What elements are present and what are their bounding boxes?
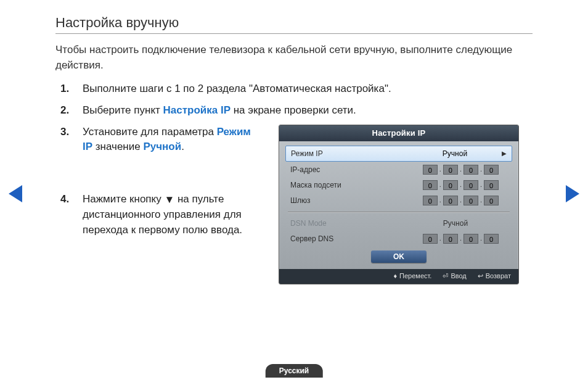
mask-o4[interactable]: 0: [484, 180, 499, 190]
panel-footer: ♦Перемест. ⏎Ввод ↩Возврат: [279, 269, 518, 284]
step-4-text-a: Нажмите кнопку: [83, 193, 164, 205]
panel-header: Настройки IP: [279, 125, 518, 142]
prev-page-arrow[interactable]: [9, 185, 22, 202]
dns-o4[interactable]: 0: [484, 234, 499, 244]
mask-label: Маска подсети: [290, 180, 412, 191]
row-ip-address[interactable]: IP-адрес 0. 0. 0. 0: [285, 162, 512, 177]
footer-return: ↩Возврат: [478, 271, 511, 281]
mask-o2[interactable]: 0: [443, 180, 458, 190]
next-page-arrow[interactable]: [566, 185, 579, 202]
step-3-text-c: значение: [92, 141, 143, 152]
enter-icon: ⏎: [443, 271, 448, 281]
gw-o1[interactable]: 0: [423, 196, 438, 205]
gw-o3[interactable]: 0: [463, 196, 478, 205]
step-4: Нажмите кнопку ▼ на пульте дистанционног…: [55, 192, 259, 238]
intro-text: Чтобы настроить подключение телевизора к…: [55, 43, 533, 73]
down-triangle-icon: ▼: [164, 192, 174, 208]
ip-o2[interactable]: 0: [443, 165, 458, 175]
step-2-text-c: на экране проверки сети.: [231, 104, 356, 116]
step-2-link: Настройка IP: [163, 104, 231, 116]
row-ip-mode[interactable]: Режим IP Ручной ▶: [285, 146, 512, 162]
ip-mode-label: Режим IP: [291, 149, 412, 159]
ok-button[interactable]: OK: [371, 250, 427, 263]
step-1-text: Выполните шаги с 1 по 2 раздела "Автомат…: [83, 83, 391, 94]
ip-address-label: IP-адрес: [290, 165, 412, 175]
steps-list: Выполните шаги с 1 по 2 раздела "Автомат…: [55, 81, 533, 238]
row-subnet-mask[interactable]: Маска подсети 0. 0. 0. 0: [285, 178, 512, 192]
chevron-right-icon: ▶: [498, 149, 507, 159]
updown-icon: ♦: [393, 271, 397, 281]
step-2-text-a: Выберите пункт: [83, 104, 163, 116]
dsn-mode-label: DSN Mode: [290, 218, 412, 229]
gw-o2[interactable]: 0: [443, 196, 458, 205]
panel-divider: [288, 212, 510, 212]
return-icon: ↩: [478, 271, 483, 281]
ip-o3[interactable]: 0: [463, 165, 478, 175]
gw-o4[interactable]: 0: [484, 196, 499, 205]
mask-o3[interactable]: 0: [463, 180, 478, 190]
mask-o1[interactable]: 0: [423, 180, 438, 190]
dns-o3[interactable]: 0: [463, 234, 478, 244]
step-1: Выполните шаги с 1 по 2 раздела "Автомат…: [55, 81, 533, 97]
step-3-text-e: .: [181, 141, 184, 152]
row-gateway[interactable]: Шлюз 0. 0. 0. 0: [285, 193, 512, 208]
language-pill: Русский: [266, 364, 323, 378]
dns-o2[interactable]: 0: [443, 234, 458, 244]
step-2: Выберите пункт Настройка IP на экране пр…: [55, 103, 533, 118]
step-3-text-a: Установите для параметра: [83, 126, 217, 138]
row-dsn-mode: DSN Mode Ручной: [285, 216, 512, 231]
step-3-term-manual: Ручной: [143, 141, 181, 152]
dsn-mode-value: Ручной: [412, 218, 499, 229]
ip-settings-panel: Настройки IP Режим IP Ручной ▶ IP-адрес …: [279, 125, 519, 285]
row-dns-server[interactable]: Сервер DNS 0. 0. 0. 0: [285, 231, 512, 246]
footer-enter: ⏎Ввод: [443, 271, 466, 281]
ip-o1[interactable]: 0: [423, 165, 438, 175]
dns-label: Сервер DNS: [290, 234, 412, 244]
ip-o4[interactable]: 0: [484, 165, 499, 175]
ip-mode-value: Ручной: [412, 149, 498, 159]
gateway-label: Шлюз: [290, 196, 412, 206]
dns-o1[interactable]: 0: [423, 234, 438, 244]
footer-move: ♦Перемест.: [393, 271, 431, 281]
page-title: Настройка вручную: [55, 15, 533, 34]
